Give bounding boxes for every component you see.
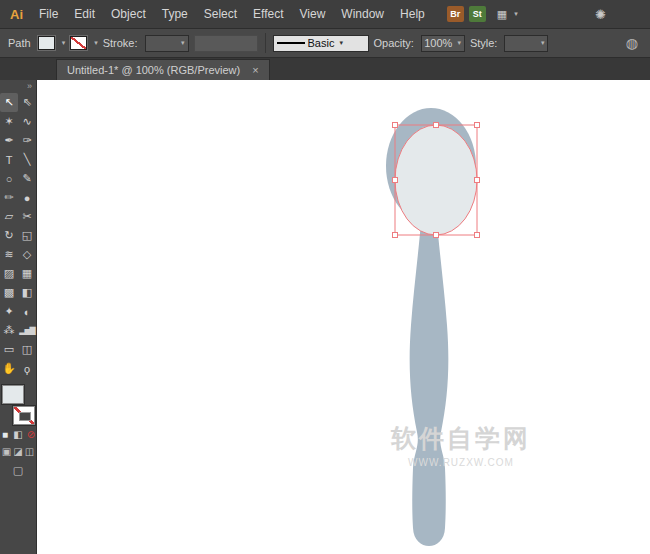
document-tab[interactable]: Untitled-1* @ 100% (RGB/Preview) ×	[56, 59, 270, 80]
illustrator-window: Ai File Edit Object Type Select Effect V…	[0, 0, 650, 554]
menu-window[interactable]: Window	[333, 7, 392, 21]
selection-tool[interactable]: ↖	[0, 93, 18, 112]
fill-stroke-indicator	[1, 385, 35, 425]
scissors-tool[interactable]: ✂	[18, 207, 36, 226]
width-tool[interactable]: ≋	[0, 245, 18, 264]
magic-wand-tool[interactable]: ✶	[0, 112, 18, 131]
handle-bottom-left[interactable]	[393, 233, 398, 238]
opacity-select[interactable]: 100% ▾	[421, 35, 465, 52]
rotate-tool[interactable]: ↻	[0, 226, 18, 245]
mesh-tool[interactable]: ▩	[0, 283, 18, 302]
chevron-down-icon: ▾	[181, 39, 185, 47]
tool-grid: ↖ ⇖ ✶ ∿ ✒ ✑ T ╲ ○ ✎ ✏ ● ▱ ✂ ↻ ◱ ≋ ◇ ▨ ▦	[0, 93, 36, 378]
opacity-label: Opacity:	[374, 37, 414, 49]
swirl-icon[interactable]: ✺	[595, 7, 606, 22]
gradient-button[interactable]: ◧	[13, 429, 23, 440]
drawing-mode-buttons: ▣ ◪ ◫	[0, 446, 36, 457]
spoon-handle[interactable]	[410, 210, 449, 546]
chevron-down-icon: ▾	[457, 39, 461, 47]
scale-tool[interactable]: ◱	[18, 226, 36, 245]
control-bar: Path ▾ ▾ Stroke: ▾ Basic ▾ Opacity: 100%…	[0, 28, 650, 58]
menu-object[interactable]: Object	[103, 7, 154, 21]
blend-tool[interactable]: ◐	[18, 302, 36, 321]
pen-tool[interactable]: ✒	[0, 131, 18, 150]
draw-behind-icon[interactable]: ◪	[13, 446, 22, 457]
stock-button[interactable]: St	[469, 6, 486, 22]
handle-mid-right[interactable]	[475, 178, 480, 183]
stroke-preview-line	[277, 42, 305, 44]
main-area: » ↖ ⇖ ✶ ∿ ✒ ✑ T ╲ ○ ✎ ✏ ● ▱ ✂ ↻ ◱ ≋ ◇ ▨	[0, 80, 650, 554]
tab-bar: Untitled-1* @ 100% (RGB/Preview) ×	[0, 58, 650, 80]
selection-type-label: Path	[8, 37, 31, 49]
handle-bottom-center[interactable]	[434, 233, 439, 238]
screen-mode-icon[interactable]: ▢	[13, 464, 23, 476]
separator	[265, 33, 266, 53]
bridge-button[interactable]: Br	[447, 6, 464, 22]
chevron-down-icon: ▾	[541, 39, 545, 47]
paintbrush-tool[interactable]: ✎	[18, 169, 36, 188]
stroke-color-swatch[interactable]	[70, 36, 87, 50]
symbol-sprayer-tool[interactable]: ⁂	[0, 321, 18, 340]
menu-select[interactable]: Select	[196, 7, 245, 21]
globe-icon[interactable]: ◍	[626, 35, 638, 51]
close-icon[interactable]: ×	[252, 64, 258, 76]
variable-width-select[interactable]: Basic ▾	[273, 35, 369, 52]
zoom-tool[interactable]: ϙ	[18, 359, 36, 378]
stroke-label: Stroke:	[103, 37, 138, 49]
chevron-down-icon[interactable]: ▾	[62, 39, 66, 47]
pencil-tool[interactable]: ✏	[0, 188, 18, 207]
draw-inside-icon[interactable]: ◫	[25, 446, 34, 457]
color-button[interactable]: ■	[0, 429, 10, 440]
handle-top-right[interactable]	[475, 123, 480, 128]
opacity-value: 100%	[424, 37, 452, 49]
menu-bar: Ai File Edit Object Type Select Effect V…	[0, 0, 650, 28]
style-select[interactable]: ▾	[504, 35, 548, 52]
direct-selection-tool[interactable]: ⇖	[18, 93, 36, 112]
artboard-tool[interactable]: ▭	[0, 340, 18, 359]
menu-type[interactable]: Type	[154, 7, 196, 21]
spoon-artwork[interactable]	[37, 80, 650, 554]
line-segment-tool[interactable]: ╲	[18, 150, 36, 169]
gradient-tool[interactable]: ◧	[18, 283, 36, 302]
variable-width-value: Basic	[308, 37, 335, 49]
lasso-tool[interactable]: ∿	[18, 112, 36, 131]
eraser-tool[interactable]: ▱	[0, 207, 18, 226]
menu-view[interactable]: View	[292, 7, 334, 21]
menu-effect[interactable]: Effect	[245, 7, 291, 21]
shape-builder-tool[interactable]: ▨	[0, 264, 18, 283]
menu-file[interactable]: File	[31, 7, 66, 21]
handle-bottom-right[interactable]	[475, 233, 480, 238]
app-logo: Ai	[6, 7, 31, 22]
collapse-panel-icon[interactable]: »	[27, 81, 32, 91]
paint-style-buttons: ■ ◧ ⊘	[0, 429, 36, 440]
workspace-icon[interactable]: ▦	[497, 8, 507, 21]
eyedropper-tool[interactable]: ✦	[0, 302, 18, 321]
stroke-weight-select[interactable]: ▾	[145, 35, 189, 52]
fill-color-swatch[interactable]	[38, 36, 55, 50]
artboard-canvas[interactable]: 软件自学网 WWW.RUZXW.COM	[37, 80, 650, 554]
handle-mid-left[interactable]	[393, 178, 398, 183]
perspective-grid-tool[interactable]: ▦	[18, 264, 36, 283]
handle-top-center[interactable]	[434, 123, 439, 128]
menu-help[interactable]: Help	[392, 7, 433, 21]
chevron-down-icon[interactable]: ▾	[514, 10, 518, 18]
app-bar-buttons: Br St ▦ ▾	[447, 6, 518, 22]
ellipse-tool[interactable]: ○	[0, 169, 18, 188]
draw-normal-icon[interactable]: ▣	[2, 446, 11, 457]
brush-definition-select[interactable]	[194, 35, 258, 52]
add-anchor-point-tool[interactable]: ✑	[18, 131, 36, 150]
style-label: Style:	[470, 37, 498, 49]
free-transform-tool[interactable]: ◇	[18, 245, 36, 264]
none-button[interactable]: ⊘	[26, 429, 36, 440]
tab-title: Untitled-1* @ 100% (RGB/Preview)	[67, 64, 240, 76]
menu-edit[interactable]: Edit	[66, 7, 103, 21]
blob-brush-tool[interactable]: ●	[18, 188, 36, 207]
slice-tool[interactable]: ◫	[18, 340, 36, 359]
hand-tool[interactable]: ✋	[0, 359, 18, 378]
stroke-indicator-swatch[interactable]	[13, 406, 35, 425]
column-graph-tool[interactable]: ▂▅▇	[18, 321, 36, 340]
fill-indicator-swatch[interactable]	[2, 385, 24, 404]
handle-top-left[interactable]	[393, 123, 398, 128]
type-tool[interactable]: T	[0, 150, 18, 169]
chevron-down-icon[interactable]: ▾	[94, 39, 98, 47]
